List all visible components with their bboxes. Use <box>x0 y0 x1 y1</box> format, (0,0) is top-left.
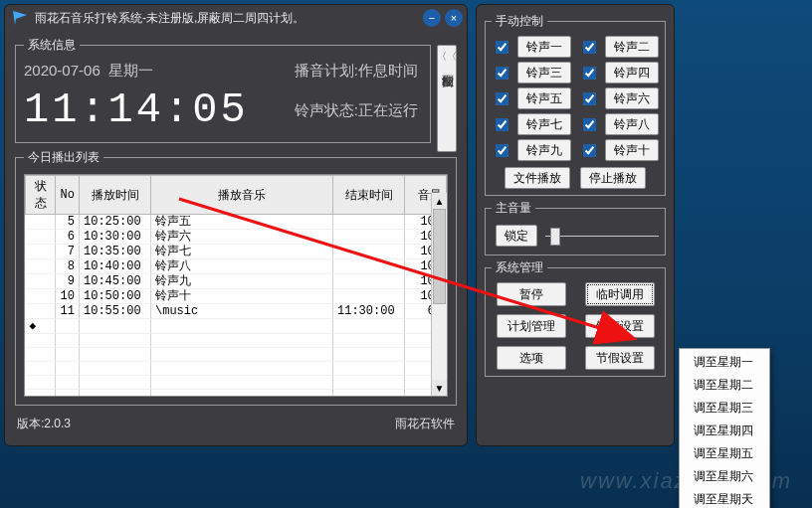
manual-button-9[interactable]: 铃声九 <box>517 139 571 161</box>
titlebar[interactable]: 雨花石音乐打铃系统-未注册版,屏蔽周二周四计划。 − × <box>5 5 467 31</box>
manual-control-group: 手动控制 铃声一铃声二铃声三铃声四铃声五铃声六铃声七铃声八铃声九铃声十 文件播放… <box>485 13 666 196</box>
manual-checkbox-4[interactable] <box>583 67 596 80</box>
volume-slider[interactable] <box>545 226 659 246</box>
col-status[interactable]: 状态 <box>26 176 56 215</box>
table-row[interactable]: 710:35:00铃声七100 <box>26 245 447 259</box>
col-music[interactable]: 播放音乐 <box>151 176 333 215</box>
slider-knob[interactable] <box>550 228 560 246</box>
manual-checkbox-10[interactable] <box>583 144 596 157</box>
popup-item[interactable]: 调至星期天 <box>680 488 769 508</box>
chevron-left-icon: 〈〈 <box>437 52 457 62</box>
sysinfo-weekday: 星期一 <box>108 62 153 81</box>
popup-item[interactable]: 调至星期二 <box>680 374 769 397</box>
popup-item[interactable]: 调至星期五 <box>680 442 769 465</box>
table-row[interactable] <box>26 362 447 376</box>
manual-button-6[interactable]: 铃声六 <box>605 87 659 109</box>
volume-lock-button[interactable]: 锁定 <box>496 225 537 247</box>
manual-button-10[interactable]: 铃声十 <box>605 139 659 161</box>
app-icon <box>11 9 29 27</box>
col-endtime[interactable]: 结束时间 <box>333 176 405 215</box>
sysinfo-status: 铃声状态:正在运行 <box>295 101 418 120</box>
manual-button-4[interactable]: 铃声四 <box>605 62 659 84</box>
manual-item: 铃声九 <box>492 139 571 161</box>
manual-item: 铃声十 <box>579 139 659 161</box>
main-window: 雨花石音乐打铃系统-未注册版,屏蔽周二周四计划。 − × 〈〈 控制面板 系统信… <box>4 4 468 446</box>
manual-checkbox-1[interactable] <box>496 41 508 54</box>
master-volume-group: 主音量 锁定 <box>485 200 666 255</box>
popup-item[interactable]: 调至星期六 <box>680 465 769 488</box>
playlist-table[interactable]: 状态 No 播放时间 播放音乐 结束时间 音量 510:25:00铃声五1006… <box>25 175 447 397</box>
temp-call-popup[interactable]: 调至星期一调至星期二调至星期三调至星期四调至星期五调至星期六调至星期天 <box>679 348 770 508</box>
manual-item: 铃声三 <box>492 62 571 84</box>
col-no[interactable]: No <box>56 176 80 215</box>
footer-brand: 雨花石软件 <box>395 416 455 432</box>
manual-button-7[interactable]: 铃声七 <box>517 113 571 135</box>
manual-item: 铃声四 <box>579 62 659 84</box>
manual-checkbox-7[interactable] <box>496 118 508 131</box>
ring-settings-button[interactable]: 铃声设置 <box>585 314 655 338</box>
holiday-button[interactable]: 节假设置 <box>585 346 655 370</box>
table-row[interactable]: 1110:55:00\music11:30:0060 <box>26 304 447 319</box>
manual-button-8[interactable]: 铃声八 <box>605 113 659 135</box>
temp-call-button[interactable]: 临时调用 <box>585 282 655 306</box>
manual-button-2[interactable]: 铃声二 <box>605 36 659 58</box>
manual-item: 铃声六 <box>579 87 659 109</box>
playlist-scrollbar[interactable]: ▲ ▼ <box>431 193 447 396</box>
manual-legend: 手动控制 <box>492 13 547 30</box>
file-play-button[interactable]: 文件播放 <box>505 167 570 189</box>
manual-item: 铃声七 <box>492 113 571 135</box>
scroll-up-icon[interactable]: ▲ <box>432 193 447 209</box>
scroll-thumb[interactable] <box>433 209 446 304</box>
manual-checkbox-6[interactable] <box>583 92 596 105</box>
sysinfo-legend: 系统信息 <box>24 37 80 54</box>
sysinfo-date: 2020-07-06 <box>24 62 101 81</box>
col-playtime[interactable]: 播放时间 <box>80 176 151 215</box>
options-button[interactable]: 选项 <box>497 346 566 370</box>
table-row[interactable]: 910:45:00铃声九100 <box>26 274 447 289</box>
manual-checkbox-3[interactable] <box>496 67 508 80</box>
minimize-button[interactable]: − <box>423 9 441 27</box>
manual-item: 铃声一 <box>492 36 571 58</box>
stop-play-button[interactable]: 停止播放 <box>580 167 646 189</box>
table-row[interactable] <box>26 390 447 398</box>
manual-item: 铃声八 <box>579 113 659 135</box>
table-row[interactable]: 810:40:00铃声八100 <box>26 259 447 274</box>
control-panel-tab[interactable]: 〈〈 控制面板 <box>437 45 457 152</box>
sysinfo-group: 系统信息 2020-07-06 星期一 播音计划:作息时间 11:14:05 铃… <box>15 37 431 143</box>
footer: 版本:2.0.3 雨花石软件 <box>5 412 467 432</box>
manual-checkbox-5[interactable] <box>496 92 508 105</box>
master-volume-legend: 主音量 <box>492 200 535 217</box>
manual-button-3[interactable]: 铃声三 <box>517 62 571 84</box>
popup-item[interactable]: 调至星期三 <box>680 397 769 420</box>
table-row[interactable] <box>26 348 447 362</box>
popup-item[interactable]: 调至星期四 <box>680 420 769 442</box>
table-row[interactable]: 510:25:00铃声五100 <box>26 215 447 230</box>
manual-button-1[interactable]: 铃声一 <box>517 36 571 58</box>
table-row[interactable]: 1010:50:00铃声十100 <box>26 289 447 304</box>
playlist-table-wrap: 状态 No 播放时间 播放音乐 结束时间 音量 510:25:00铃声五1006… <box>24 174 448 397</box>
system-manage-legend: 系统管理 <box>492 259 547 276</box>
sysinfo-clock: 11:14:05 <box>24 86 249 134</box>
popup-item[interactable]: 调至星期一 <box>680 351 769 374</box>
manual-checkbox-8[interactable] <box>583 118 596 131</box>
scroll-down-icon[interactable]: ▼ <box>432 380 447 396</box>
playlist-group: 今日播出列表 状态 No 播放时间 播放音乐 结束时间 音量 510:25:00… <box>15 149 457 406</box>
close-button[interactable]: × <box>445 9 463 27</box>
table-row[interactable]: 610:30:00铃声六100 <box>26 230 447 245</box>
plan-manage-button[interactable]: 计划管理 <box>497 314 566 338</box>
window-title: 雨花石音乐打铃系统-未注册版,屏蔽周二周四计划。 <box>35 10 419 27</box>
manual-item: 铃声二 <box>579 36 659 58</box>
version-label: 版本:2.0.3 <box>17 416 71 432</box>
playlist-legend: 今日播出列表 <box>24 149 103 166</box>
manual-checkbox-2[interactable] <box>583 41 596 54</box>
manual-button-5[interactable]: 铃声五 <box>517 87 571 109</box>
manual-checkbox-9[interactable] <box>496 144 508 157</box>
sysinfo-plan: 播音计划:作息时间 <box>295 62 418 81</box>
manual-item: 铃声五 <box>492 87 571 109</box>
table-row[interactable] <box>26 376 447 390</box>
table-row[interactable] <box>26 334 447 348</box>
system-manage-group: 系统管理 暂停 临时调用 计划管理 铃声设置 选项 节假设置 <box>485 259 666 377</box>
right-panel: 手动控制 铃声一铃声二铃声三铃声四铃声五铃声六铃声七铃声八铃声九铃声十 文件播放… <box>476 4 675 446</box>
table-row[interactable]: ◆ <box>26 319 447 334</box>
pause-button[interactable]: 暂停 <box>497 282 566 306</box>
